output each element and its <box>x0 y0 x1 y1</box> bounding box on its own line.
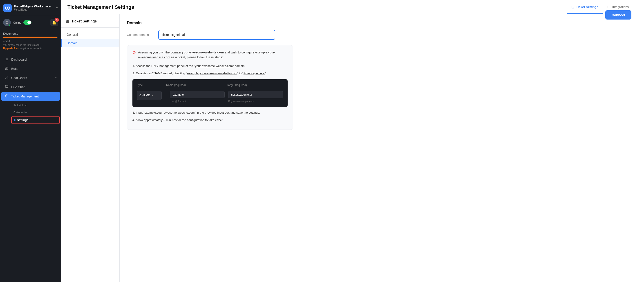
dns-table-header: Type Name (required) Target (required) <box>137 83 283 89</box>
notification-button[interactable]: 🔔 99 <box>50 19 58 26</box>
dns-type-select[interactable]: CNAME ▼ <box>137 91 162 100</box>
workspace-header[interactable]: FiscalEdge's Workspace FiscalEdge ∨ <box>0 0 61 16</box>
ticket-management-icon <box>4 94 9 99</box>
step2-domain-link[interactable]: example.your-awesome-website.com <box>187 72 237 75</box>
svg-point-5 <box>6 76 7 77</box>
settings-nav-title: Ticket Settings <box>71 19 97 23</box>
sidebar-item-label: Live Chat <box>11 85 57 89</box>
dns-table: Type Name (required) Target (required) <box>132 79 288 107</box>
dns-type-value: CNAME <box>140 93 150 98</box>
sidebar-item-live-chat[interactable]: Live Chat <box>1 83 60 92</box>
topbar: Ticket Management Settings ⊞ Ticket Sett… <box>61 0 644 14</box>
documents-label: Documents <box>3 32 58 35</box>
settings-label: Settings <box>17 118 28 122</box>
status-label: Online <box>13 21 22 24</box>
dns-target-label: Target (required) <box>227 83 283 87</box>
chevron-up-icon: ∧ <box>55 95 57 97</box>
step4: 4. Allow approximately 5 minutes for the… <box>132 118 288 123</box>
ticket-list-label: Ticket List <box>14 104 26 107</box>
dns-target-field: E.g. www.example.com <box>228 91 283 104</box>
content-area: ⊞ Ticket Settings General Domain Domain … <box>61 14 644 282</box>
domain1-link[interactable]: your-awesome-website.com <box>182 50 224 54</box>
notification-badge: 99 <box>55 18 59 22</box>
dns-target-input[interactable] <box>228 91 283 98</box>
sidebar-item-label: Ticket Management <box>11 95 53 98</box>
settings-nav-general[interactable]: General <box>61 30 120 39</box>
categories-label: Categories <box>14 111 28 114</box>
domain-input-row: Custom domain <box>127 30 637 40</box>
dns-select-arrow-icon: ▼ <box>151 94 154 97</box>
connect-button[interactable]: Connect <box>605 10 632 19</box>
chevron-down-icon: ∨ <box>55 77 57 79</box>
sidebar: FiscalEdge's Workspace FiscalEdge ∨ Onli… <box>0 0 61 282</box>
step2: 2. Establish a CNAME record, directing "… <box>132 71 288 76</box>
dns-name-label: Name (required) <box>166 83 222 87</box>
sidebar-item-ticket-list[interactable]: Ticket List <box>11 102 60 109</box>
documents-progress-bar <box>3 37 58 38</box>
dns-target-hint: E.g. www.example.com <box>228 99 283 104</box>
info-box-header: ⊙ Assuming you own the domain your-aweso… <box>132 50 288 60</box>
domain-content-panel: Domain Custom domain ⊙ Assuming you own … <box>120 14 644 282</box>
workspace-sub: FiscalEdge <box>14 8 54 11</box>
sidebar-item-ticket-management[interactable]: Ticket Management ∧ <box>1 92 60 101</box>
step3: 3. Input "example.your-awesome-website.c… <box>132 110 288 115</box>
sidebar-item-chat-users[interactable]: Chat Users ∨ <box>1 73 60 82</box>
custom-domain-label: Custom domain <box>127 33 154 37</box>
settings-nav-header: ⊞ Ticket Settings <box>61 19 120 28</box>
dns-input-row: CNAME ▼ Use @ for root E.g. www.example <box>137 91 283 104</box>
step1-domain-link[interactable]: your-awesome-website.com <box>195 64 233 68</box>
documents-count: 142/3 <box>3 39 58 42</box>
warning-icon: ⊙ <box>132 50 136 55</box>
sidebar-nav: ⊞ Dashboard Bots Chat Users ∨ Live Chat <box>0 53 61 282</box>
ticket-settings-tab-label: Ticket Settings <box>576 5 598 9</box>
info-steps: 1. Access the DNS Management panel of th… <box>132 64 288 123</box>
svg-point-3 <box>6 68 6 69</box>
step2-target-link[interactable]: ticket.cxgenie.ai <box>244 72 265 75</box>
page-title: Ticket Management Settings <box>68 4 562 10</box>
sidebar-item-categories[interactable]: Categories <box>11 109 60 116</box>
step1: 1. Access the DNS Management panel of th… <box>132 64 288 69</box>
dashboard-icon: ⊞ <box>4 57 9 62</box>
chat-users-icon <box>4 76 9 80</box>
online-dot <box>8 24 10 26</box>
workspace-info: FiscalEdge's Workspace FiscalEdge <box>14 4 54 11</box>
dns-name-input[interactable] <box>170 91 225 98</box>
svg-point-4 <box>7 68 8 69</box>
settings-nav-icon: ⊞ <box>66 19 69 24</box>
domain-section-title: Domain <box>127 21 637 25</box>
workspace-chevron-icon[interactable]: ∨ <box>56 6 58 9</box>
bots-icon <box>4 66 9 71</box>
workspace-logo <box>3 3 12 12</box>
svg-point-1 <box>6 21 8 22</box>
status-toggle[interactable] <box>24 20 32 25</box>
sidebar-item-label: Dashboard <box>11 58 57 61</box>
workspace-name: FiscalEdge's Workspace <box>14 4 54 8</box>
live-chat-icon <box>4 85 9 89</box>
svg-rect-2 <box>6 68 8 70</box>
documents-section: Documents 142/3 You almost reach the lim… <box>0 29 61 53</box>
settings-dot-icon <box>14 119 16 121</box>
sidebar-item-label: Bots <box>11 67 57 70</box>
custom-domain-input[interactable] <box>158 30 275 40</box>
sidebar-item-bots[interactable]: Bots <box>1 64 60 73</box>
integrations-tab-label: Integrations <box>612 5 629 9</box>
domain-info-box: ⊙ Assuming you own the domain your-aweso… <box>127 45 293 130</box>
sidebar-item-dashboard[interactable]: ⊞ Dashboard <box>1 55 60 64</box>
sidebar-item-settings[interactable]: Settings <box>11 116 60 124</box>
settings-nav-panel: ⊞ Ticket Settings General Domain <box>61 14 120 282</box>
info-intro-text: Assuming you own the domain your-awesome… <box>138 50 288 60</box>
dns-name-field: Use @ for root <box>170 91 225 104</box>
upgrade-plan-link[interactable]: Upgrade Plan <box>3 47 19 50</box>
documents-progress-fill <box>3 37 57 38</box>
settings-nav-items: General Domain <box>61 28 120 50</box>
documents-warning: You almost reach the limit upload. Upgra… <box>3 43 58 50</box>
integrations-tab-icon: ⎔ <box>607 5 610 9</box>
ticket-management-sub-items: Ticket List Categories Settings <box>0 101 61 125</box>
avatar <box>3 19 11 26</box>
settings-nav-domain[interactable]: Domain <box>61 39 120 47</box>
main-content: Ticket Management Settings ⊞ Ticket Sett… <box>61 0 644 282</box>
sidebar-item-label: Chat Users <box>11 76 53 80</box>
step3-domain-link[interactable]: example.your-awesome-website.com <box>144 111 195 114</box>
dns-name-hint: Use @ for root <box>170 99 225 104</box>
tab-ticket-settings[interactable]: ⊞ Ticket Settings <box>567 1 603 14</box>
